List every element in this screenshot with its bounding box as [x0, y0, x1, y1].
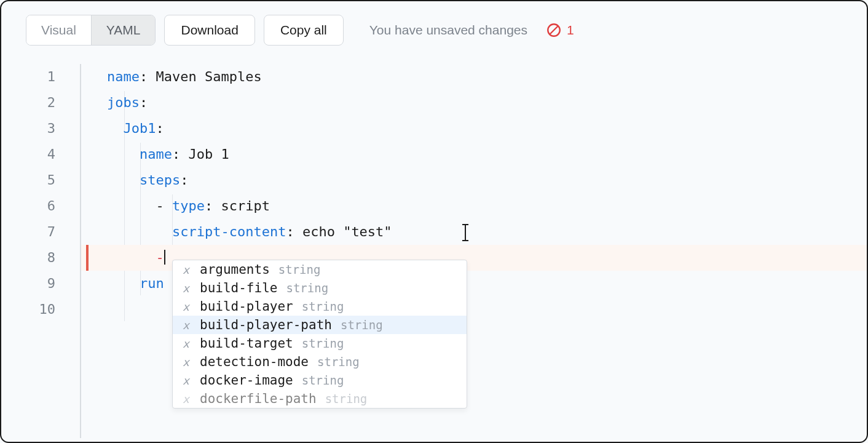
autocomplete-type: string	[325, 392, 368, 405]
caret	[164, 250, 165, 265]
line-number: 5	[1, 167, 80, 193]
property-type-icon: x	[183, 374, 191, 387]
autocomplete-name: build-file	[200, 281, 277, 295]
autocomplete-name: build-target	[200, 336, 293, 351]
line-number: 9	[1, 271, 80, 297]
property-type-icon: x	[183, 319, 191, 332]
line-number: 4	[1, 142, 80, 167]
property-type-icon: x	[183, 300, 191, 313]
error-count: 1	[567, 23, 574, 38]
copy-all-button[interactable]: Copy all	[264, 15, 344, 46]
forbidden-icon	[546, 22, 562, 38]
line-gutter: 1 2 3 4 5 6 7 8 9 10	[1, 64, 81, 438]
line-number: 3	[1, 116, 80, 142]
error-indicator[interactable]: 1	[546, 22, 574, 38]
code-line[interactable]: script-content: echo "test"	[81, 219, 867, 245]
autocomplete-name: dockerfile-path	[200, 391, 317, 406]
download-button[interactable]: Download	[164, 15, 254, 46]
code-editor[interactable]: 1 2 3 4 5 6 7 8 9 10 name: Maven Samples…	[1, 53, 867, 438]
autocomplete-item[interactable]: xbuild-filestring	[173, 279, 467, 297]
autocomplete-item[interactable]: xdockerfile-pathstring	[173, 389, 467, 408]
text-cursor-icon	[460, 224, 471, 241]
tab-yaml[interactable]: YAML	[91, 15, 156, 45]
autocomplete-name: arguments	[200, 262, 270, 277]
line-number: 2	[1, 90, 80, 116]
autocomplete-popup[interactable]: xargumentsstringxbuild-filestringxbuild-…	[172, 260, 467, 409]
property-type-icon: x	[183, 356, 191, 369]
property-type-icon: x	[183, 282, 191, 295]
property-type-icon: x	[183, 337, 191, 350]
property-type-icon: x	[183, 393, 191, 405]
autocomplete-name: detection-mode	[200, 354, 309, 369]
code-line[interactable]: Job1:	[81, 116, 867, 142]
autocomplete-type: string	[317, 355, 360, 369]
autocomplete-item[interactable]: xargumentsstring	[173, 260, 467, 279]
toolbar: Visual YAML Download Copy all You have u…	[1, 1, 867, 53]
line-number: 10	[1, 297, 80, 322]
view-tabs: Visual YAML	[26, 15, 156, 46]
autocomplete-type: string	[341, 318, 383, 332]
line-number: 8	[1, 245, 80, 271]
autocomplete-type: string	[278, 263, 321, 276]
autocomplete-item[interactable]: xbuild-playerstring	[173, 297, 467, 316]
code-line[interactable]: name: Maven Samples	[81, 64, 867, 90]
code-line[interactable]: - type: script	[81, 193, 867, 219]
property-type-icon: x	[183, 263, 191, 276]
autocomplete-type: string	[302, 300, 344, 313]
error-marker	[86, 245, 89, 271]
autocomplete-type: string	[302, 337, 344, 350]
autocomplete-item[interactable]: xdocker-imagestring	[173, 371, 467, 389]
line-number: 1	[1, 64, 80, 90]
line-number: 7	[1, 219, 80, 245]
unsaved-status: You have unsaved changes	[369, 23, 527, 38]
autocomplete-name: docker-image	[200, 373, 293, 388]
code-line[interactable]: name: Job 1	[81, 142, 867, 167]
autocomplete-type: string	[286, 281, 328, 295]
tab-visual[interactable]: Visual	[26, 15, 91, 45]
line-number: 6	[1, 193, 80, 219]
autocomplete-item[interactable]: xbuild-targetstring	[173, 334, 467, 353]
autocomplete-name: build-player-path	[200, 317, 332, 332]
autocomplete-type: string	[302, 373, 344, 387]
code-line[interactable]: steps:	[81, 167, 867, 193]
autocomplete-item[interactable]: xbuild-player-pathstring	[173, 316, 467, 334]
code-line[interactable]: jobs:	[81, 90, 867, 116]
autocomplete-item[interactable]: xdetection-modestring	[173, 353, 467, 371]
autocomplete-name: build-player	[200, 299, 293, 314]
svg-line-1	[550, 26, 558, 34]
